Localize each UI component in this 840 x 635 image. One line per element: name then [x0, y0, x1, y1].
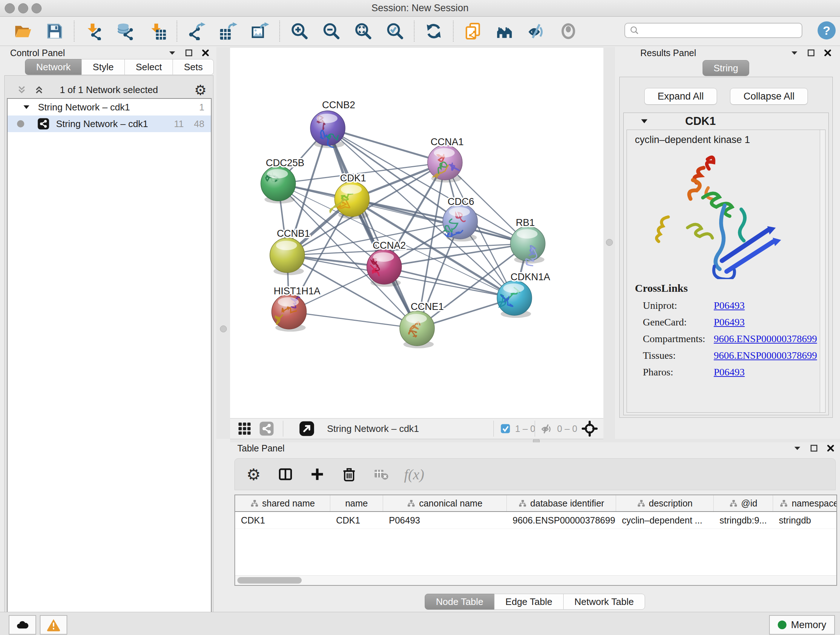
- network-node-cdc25b[interactable]: [261, 166, 295, 203]
- network-node-ccna1[interactable]: [428, 145, 462, 182]
- network-node-ccnb2[interactable]: [310, 111, 345, 148]
- warning-status-button[interactable]: [40, 615, 67, 635]
- network-edge[interactable]: [384, 267, 515, 298]
- network-collection-row[interactable]: String Network – cdk1 1: [8, 99, 211, 116]
- table-cell[interactable]: CDK1: [235, 512, 330, 529]
- float-menu-icon[interactable]: [168, 49, 177, 57]
- network-share-view-button[interactable]: [259, 421, 274, 437]
- network-options-gear-icon[interactable]: ⚙: [194, 82, 207, 98]
- grid-view-button[interactable]: [237, 421, 252, 437]
- export-image-button[interactable]: [249, 21, 271, 42]
- table-cell[interactable]: P06493: [383, 512, 507, 529]
- zoom-out-button[interactable]: [321, 21, 341, 42]
- column-header-description[interactable]: description: [616, 495, 714, 511]
- table-cell[interactable]: stringdb:9...: [714, 512, 773, 529]
- fit-selected-button[interactable]: [582, 421, 598, 437]
- network-node-cdc6[interactable]: [443, 204, 477, 241]
- hidden-eye-icon[interactable]: [540, 423, 553, 435]
- tab-network-table[interactable]: Network Table: [563, 594, 645, 610]
- tab-sets[interactable]: Sets: [172, 59, 214, 75]
- tab-string[interactable]: String: [703, 60, 750, 76]
- memory-button[interactable]: Memory: [769, 615, 835, 635]
- close-panel-icon[interactable]: [826, 444, 835, 453]
- column-header-canonical-name[interactable]: canonical name: [383, 495, 507, 511]
- float-menu-icon[interactable]: [790, 49, 799, 57]
- gene-card-header[interactable]: CDK1: [624, 113, 829, 130]
- tab-style[interactable]: Style: [81, 59, 125, 75]
- column-header-name[interactable]: name: [330, 495, 383, 511]
- export-network-button[interactable]: [186, 21, 207, 42]
- table-cell[interactable]: cyclin–dependent ...: [616, 512, 714, 529]
- column-header-shared-name[interactable]: shared name: [235, 495, 330, 511]
- float-menu-icon[interactable]: [793, 444, 802, 453]
- table-cell[interactable]: 9606.ENSP00000378699: [507, 512, 616, 529]
- network-edge[interactable]: [289, 312, 417, 328]
- show-eye-button[interactable]: [558, 21, 579, 42]
- zoom-selected-button[interactable]: [384, 21, 405, 42]
- copy-button[interactable]: [462, 21, 483, 42]
- network-node-rb1[interactable]: [510, 226, 545, 266]
- delete-row-trash-icon[interactable]: [340, 466, 358, 483]
- collapse-all-button[interactable]: Collapse All: [730, 88, 808, 105]
- export-table-button[interactable]: [218, 21, 239, 42]
- network-edge[interactable]: [328, 128, 445, 163]
- refresh-button[interactable]: [423, 21, 444, 42]
- crosslink-link[interactable]: P06493: [714, 317, 745, 328]
- selected-checkbox-icon[interactable]: [500, 423, 511, 434]
- help-button[interactable]: ?: [818, 21, 836, 40]
- control-panel-window-controls: [168, 49, 210, 57]
- zoom-fit-button[interactable]: [352, 21, 373, 42]
- network-node-ccne1[interactable]: [400, 311, 434, 348]
- column-header--id[interactable]: @id: [714, 495, 773, 511]
- crosslink-link[interactable]: P06493: [714, 300, 745, 311]
- close-panel-icon[interactable]: [201, 49, 210, 57]
- column-header-namespace[interactable]: namespace: [773, 495, 837, 511]
- search-input[interactable]: [639, 25, 802, 36]
- float-window-icon[interactable]: [810, 444, 818, 453]
- close-panel-icon[interactable]: [823, 49, 832, 57]
- left-splitter[interactable]: [216, 47, 230, 439]
- table-horizontal-scrollbar[interactable]: [235, 575, 836, 585]
- float-window-icon[interactable]: [185, 49, 193, 57]
- table-options-gear-icon[interactable]: ⚙: [245, 466, 262, 483]
- right-splitter-handle[interactable]: [606, 239, 613, 246]
- tab-edge-table[interactable]: Edge Table: [494, 594, 564, 610]
- scrollbar-thumb[interactable]: [237, 577, 302, 584]
- expand-all-button[interactable]: Expand All: [644, 88, 717, 105]
- split-columns-icon[interactable]: [277, 466, 294, 483]
- tab-select[interactable]: Select: [125, 59, 173, 75]
- hide-unhide-button[interactable]: [526, 21, 547, 42]
- create-column-icon[interactable]: [309, 466, 326, 483]
- crosslink-link[interactable]: 9606.ENSP00000378699: [714, 350, 817, 361]
- tab-node-table[interactable]: Node Table: [425, 594, 494, 610]
- network-node-cdkn1a[interactable]: [497, 280, 532, 318]
- network-node-ccna2[interactable]: [367, 249, 401, 287]
- gene-card-scrollbar[interactable]: [820, 130, 825, 412]
- network-edge[interactable]: [328, 128, 417, 328]
- table-cell[interactable]: stringdb: [773, 512, 837, 529]
- collection-expand-icon[interactable]: [22, 103, 31, 111]
- zoom-in-button[interactable]: [289, 21, 309, 42]
- cloud-status-button[interactable]: [9, 615, 36, 635]
- network-node-ccnb1[interactable]: [270, 238, 305, 275]
- tab-network[interactable]: Network: [25, 59, 82, 75]
- import-database-button[interactable]: [115, 21, 136, 42]
- crosslink-link[interactable]: 9606.ENSP00000378699: [714, 333, 817, 345]
- network-row[interactable]: String Network – cdk1 11 48: [8, 116, 211, 132]
- import-table-button[interactable]: [147, 21, 168, 42]
- string-home-button[interactable]: [494, 21, 515, 42]
- gene-card-collapse-icon[interactable]: [639, 117, 649, 126]
- import-network-button[interactable]: [83, 21, 104, 42]
- save-session-button[interactable]: [44, 21, 65, 42]
- table-row[interactable]: CDK1CDK1P064939606.ENSP00000378699cyclin…: [235, 512, 836, 529]
- network-canvas[interactable]: CCNB2CCNA1CDC25BCDK1CDC6RB1CCNB1CCNA2CDK…: [230, 47, 603, 418]
- open-session-button[interactable]: [12, 21, 33, 42]
- column-header-database-identifier[interactable]: database identifier: [507, 495, 616, 511]
- crosslink-link[interactable]: P06493: [714, 366, 745, 378]
- left-splitter-handle[interactable]: [220, 325, 227, 333]
- birds-eye-toggle-button[interactable]: [299, 421, 315, 437]
- table-cell[interactable]: CDK1: [330, 512, 383, 529]
- float-window-icon[interactable]: [807, 49, 815, 57]
- results-panel-title: Results Panel: [640, 48, 696, 58]
- network-node-hist1h1a[interactable]: [272, 295, 306, 332]
